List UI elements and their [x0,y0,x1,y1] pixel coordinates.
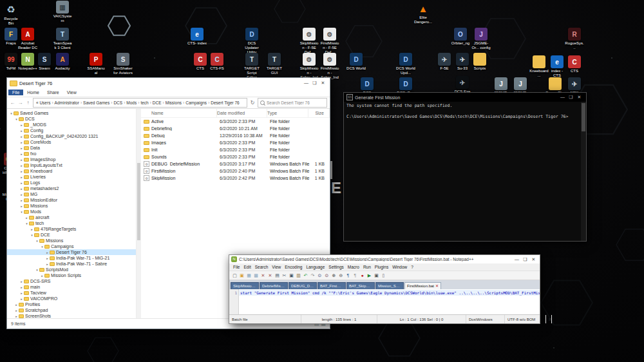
chevron-down-icon[interactable]: ▾ [24,222,29,225]
desktop-icon-orbiter-ng[interactable]: OOrbiter_ng [451,28,470,46]
chevron-right-icon[interactable]: ▸ [19,285,24,289]
desktop-icon-ssamanual[interactable]: PSSAManual [86,53,106,75]
replace-icon[interactable]: ⊙ [324,272,330,278]
desktop-icon-target-script-editor[interactable]: TTARGET Script Editor [242,53,261,80]
tab-bat-skipmission-lua[interactable]: BAT_SkipMission.lua [346,282,375,289]
breadcrumb-segment-missions[interactable]: Missions [165,100,182,105]
new-file-icon[interactable]: ▢ [232,272,238,278]
menu-file[interactable]: File [231,265,242,269]
zoom-out-icon[interactable]: ⊖ [338,272,344,278]
cut-icon[interactable]: ✂ [281,272,287,278]
chevron-down-icon[interactable]: ▾ [14,117,19,121]
chevron-right-icon[interactable]: ▸ [19,146,24,150]
tab-mission-scripting-lua[interactable]: Mission_Scripting.lua [375,282,404,289]
breadcrumb-segment-mods[interactable]: Mods [126,100,137,105]
tree-item-india-pak-war-71-sabre[interactable]: ▸India-Pak War-71 - Sabre [7,261,136,267]
chevron-right-icon[interactable]: ▸ [19,164,24,167]
menu-settings[interactable]: Settings [327,265,346,269]
menu-plugins[interactable]: Plugins [373,265,390,269]
macro-play-icon[interactable]: ▶ [366,272,372,278]
minimize-button[interactable]: — [558,95,567,100]
desktop-icon-steam[interactable]: SSteam [35,53,54,71]
desktop-icon-cts[interactable]: CCTS [565,55,584,73]
copy-icon[interactable]: ▣ [289,272,294,278]
close-button[interactable]: ✕ [319,81,327,86]
tree-item-fxo[interactable]: ▸fxo [7,151,136,157]
desktop-icon-teamspeak-3-client[interactable]: TTeamSpeak 3 Client [53,28,72,50]
breadcrumb-segment-tech[interactable]: tech [140,100,149,105]
tree-item-missions[interactable]: ▸Missions [7,203,136,209]
tab-close-icon[interactable]: ✕ [435,283,439,290]
table-row-debug[interactable]: Debug12/29/2016 10:38 AMFile folder [141,132,330,139]
tree-item-screenshots[interactable]: ▸ScreenShots [7,313,136,318]
tree-item-scratchpad[interactable]: ▸Scratchpad [7,307,136,313]
show-symbols-icon[interactable]: ¶ [352,272,358,278]
breadcrumb-segment-dcs[interactable]: DCS [113,100,123,105]
table-row-sounds[interactable]: Sounds6/3/2020 2:33 PMFile folder [141,153,330,160]
breadcrumb-segment-saved-games[interactable]: Saved Games [82,100,110,105]
chevron-right-icon[interactable]: ▸ [19,193,24,196]
redo-icon[interactable]: ↷ [310,272,316,278]
chevron-down-icon[interactable]: ▾ [35,239,39,243]
chevron-right-icon[interactable]: ▸ [14,303,19,307]
desktop-icon-f-5e[interactable]: ✈F-5E [435,53,454,71]
table-row-firstmission[interactable]: ⚙FirstMission6/3/2020 2:40 PMWindows Bat… [141,167,330,175]
chevron-right-icon[interactable]: ▸ [45,256,50,260]
tree-item-mods[interactable]: ▾Mods [7,209,136,214]
chevron-down-icon[interactable]: ▾ [19,210,24,214]
desktop-icon-su-33[interactable]: ✈Su-33 [453,53,472,71]
desktop-icon-simshaker-for-aviators[interactable]: SSimShaker for Aviators [113,53,133,75]
breadcrumb-segment-campaigns[interactable]: Campaigns [185,100,207,105]
desktop-icon-cts-fs[interactable]: CCTS-FS [207,53,227,71]
paste-icon[interactable]: ▥ [296,272,301,278]
explorer-titlebar[interactable]: Desert Tiger 76 — ❏ ✕ [7,78,330,88]
menu-run[interactable]: Run [361,265,373,269]
tab-debug-debriefmission-bat[interactable]: DEBUG_DebriefMission.bat [289,282,317,289]
desktop-icon-skipmission-f-5e-def[interactable]: ⚙SkipMission - F-5E Def... [299,28,319,55]
maximize-button[interactable]: ❏ [310,81,319,86]
cmd-scrollbar[interactable] [581,102,586,241]
tree-item-476rangetargets[interactable]: ▸476RangeTargets [7,226,136,232]
table-row-active[interactable]: Active6/3/2020 2:33 PMFile folder [141,118,330,125]
table-row-init[interactable]: Init6/3/2020 2:33 PMFile folder [141,146,330,153]
doc-map-icon[interactable]: ▯ [381,272,386,278]
minimize-button[interactable]: — [302,81,310,86]
maximize-button[interactable]: ❏ [567,95,575,100]
desktop-icon-kneeboard[interactable]: Kneeboard... [529,55,549,78]
chevron-right-icon[interactable]: ▸ [19,175,24,179]
menu-view[interactable]: View [270,265,283,269]
tree-item-main[interactable]: ▸main [7,284,136,290]
column-header-size[interactable]: Size [308,109,330,117]
menu-window[interactable]: Window [390,265,409,269]
menu-search[interactable]: Search [253,265,270,269]
breadcrumb-segment-dce[interactable]: DCE [152,100,162,105]
scrollbar-thumb[interactable] [137,163,140,240]
tree-scrollbar[interactable] [137,109,141,318]
tree-item-metashaders2[interactable]: ▸metashaders2 [7,186,136,191]
tree-item-aircraft[interactable]: ▸aircraft [7,214,136,220]
close-tab-icon[interactable]: ✕ [260,272,266,278]
tree-item-mg[interactable]: ▸MG [7,191,136,197]
macro-record-icon[interactable]: ● [359,272,365,278]
ribbon-tab-home[interactable]: Home [23,90,43,95]
menu-encoding[interactable]: Encoding [283,265,304,269]
up-icon[interactable]: ↑ [25,100,31,106]
desktop-icon-dcs-updater-utility[interactable]: DDCS Updater Utility [242,28,261,55]
close-button[interactable]: ✕ [529,257,538,262]
tree-item-scriptsmod[interactable]: ▾ScriptsMod [7,267,136,272]
cmd-output[interactable]: The system cannot find the path specifie… [344,102,586,241]
table-row-skipmission[interactable]: ⚙SkipMission6/3/2020 2:42 PMWindows Batc… [141,175,330,182]
cmd-titlebar[interactable]: C:\ Generate First Mission — ❏ ✕ [344,93,586,102]
chevron-right-icon[interactable]: ▸ [45,251,50,254]
save-icon[interactable]: ▦ [246,272,252,278]
desktop-icon-dcs-world[interactable]: DDCS World [346,53,366,71]
minimize-button[interactable]: — [513,257,521,262]
desktop-icon-dcs-exe[interactable]: ✈DCS Exe [453,76,472,94]
tree-item-mods[interactable]: ▸_MODS [7,122,136,128]
desktop-icon-firstmission-sabre-indo[interactable]: ⚙FirstMission - Sabre_Indo... [320,53,339,80]
find-icon[interactable]: ⊙ [317,272,323,278]
chevron-right-icon[interactable]: ▸ [19,198,24,202]
chevron-right-icon[interactable]: ▸ [19,280,24,283]
desktop-icon-recycle-bin[interactable]: ♻Recycle Bin [1,3,21,26]
chevron-right-icon[interactable]: ▸ [19,135,24,138]
